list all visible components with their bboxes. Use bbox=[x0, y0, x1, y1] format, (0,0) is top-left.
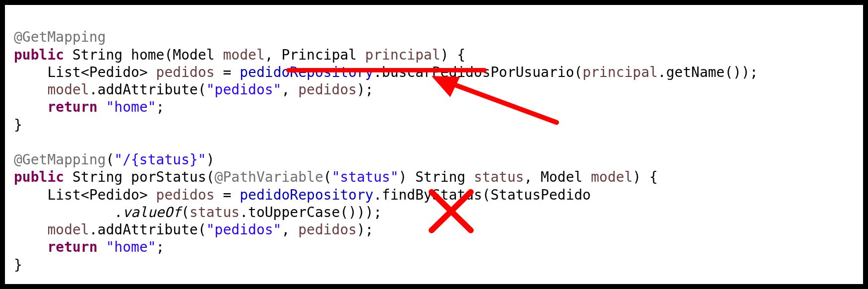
var-model-2: model bbox=[47, 221, 89, 238]
annotation-pathvariable: @PathVariable bbox=[215, 169, 323, 185]
annotation-getmapping-2: @GetMapping bbox=[14, 151, 106, 168]
method-name-home: home bbox=[131, 47, 164, 63]
method-name-porstatus: porStatus bbox=[131, 169, 206, 185]
param-type-principal: Principal bbox=[282, 47, 357, 63]
field-repo-1: pedidoRepository bbox=[240, 64, 373, 80]
type-string-2: String bbox=[72, 169, 123, 185]
keyword-return-1: return bbox=[47, 99, 97, 115]
type-string-1: String bbox=[72, 47, 123, 63]
param-name-status: status bbox=[474, 169, 524, 185]
keyword-return-2: return bbox=[47, 239, 97, 255]
method-findbystatus: findByStatus bbox=[382, 187, 482, 203]
param-name-model-2: model bbox=[591, 169, 632, 185]
string-pedidos-2: "pedidos" bbox=[206, 221, 282, 238]
var-status-call: status bbox=[189, 204, 240, 220]
param-name-model-1: model bbox=[223, 47, 264, 63]
var-pedidos-arg-2: pedidos bbox=[298, 221, 357, 238]
type-list-2: List bbox=[47, 187, 80, 203]
param-name-principal: principal bbox=[365, 47, 440, 63]
method-addattr-1: addAttribute bbox=[98, 81, 198, 98]
method-touppercase: toUpperCase bbox=[248, 204, 340, 220]
keyword-public-2: public bbox=[14, 169, 64, 185]
type-list-1: List bbox=[47, 64, 80, 80]
param-type-model-2: Model bbox=[541, 169, 582, 185]
string-status-path: "/{status}" bbox=[114, 151, 206, 168]
param-type-string: String bbox=[415, 169, 465, 185]
param-type-model-1: Model bbox=[173, 47, 214, 63]
string-home-2: "home" bbox=[106, 239, 156, 255]
method-getname: getName bbox=[666, 64, 725, 80]
type-statuspedido: StatusPedido bbox=[491, 187, 591, 203]
string-status-pv: "status" bbox=[332, 169, 399, 185]
field-repo-2: pedidoRepository bbox=[240, 187, 373, 203]
string-pedidos-1: "pedidos" bbox=[206, 81, 282, 98]
method-addattr-2: addAttribute bbox=[98, 221, 198, 238]
string-home-1: "home" bbox=[106, 99, 156, 115]
keyword-public-1: public bbox=[14, 47, 64, 63]
svg-line-0 bbox=[446, 82, 557, 123]
var-pedidos-2: pedidos bbox=[156, 187, 215, 203]
var-pedidos-arg-1: pedidos bbox=[298, 81, 357, 98]
var-pedidos-1: pedidos bbox=[156, 64, 215, 80]
type-pedido-2: Pedido bbox=[89, 187, 139, 203]
var-model-1: model bbox=[47, 81, 89, 98]
var-principal-call: principal bbox=[582, 64, 658, 80]
type-pedido-1: Pedido bbox=[89, 64, 139, 80]
annotation-getmapping-1: @GetMapping bbox=[14, 29, 106, 45]
arrow-annotation bbox=[432, 76, 557, 123]
method-valueof: valueOf bbox=[123, 204, 181, 220]
method-buscar: buscarPedidosPorUsuario bbox=[382, 64, 574, 80]
code-block: @GetMapping public String home(Model mod… bbox=[0, 0, 868, 289]
